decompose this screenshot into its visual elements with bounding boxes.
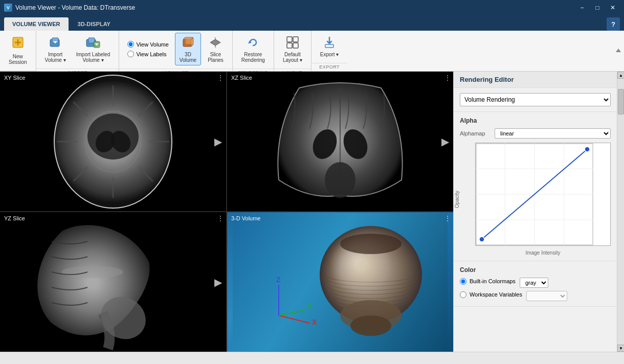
3d-volume-icon: [181, 35, 196, 51]
yz-slice-menu[interactable]: ⋮: [217, 214, 224, 222]
builtin-colormap-select[interactable]: gray hot cool jet: [520, 278, 548, 288]
svg-marker-15: [210, 39, 220, 46]
import-volume-button[interactable]: ImportVolume ▾: [40, 33, 71, 65]
export-button[interactable]: Export ▾: [316, 33, 344, 60]
svg-rect-19: [287, 37, 292, 42]
viewport-grid: XY Slice ⋮ ▶ XZ Slice ⋮ ▶ YZ Slice ⋮ ▶: [0, 72, 453, 352]
scroll-up-button[interactable]: ▲: [617, 72, 624, 79]
volume-rendering-select[interactable]: Volume Rendering: [460, 93, 611, 106]
3d-volume-menu[interactable]: ⋮: [444, 214, 451, 222]
yz-nav-arrow[interactable]: ▶: [214, 276, 222, 288]
restore-rendering-label: RestoreRendering: [241, 52, 265, 63]
svg-rect-23: [325, 44, 333, 48]
alpha-chart[interactable]: [475, 143, 611, 246]
export-icon: [322, 35, 337, 51]
scroll-down-button[interactable]: ▼: [617, 345, 624, 352]
window-title: Volume Viewer - Volume Data: DTransverse: [15, 4, 135, 11]
panel-scrollbar[interactable]: ▲ ▼: [617, 72, 624, 352]
view-volume-radio-label: View Volume: [136, 41, 168, 48]
import-group-content: ImportVolume ▾ Import LabeledVolume ▾: [36, 31, 119, 67]
alphamap-select[interactable]: linear constant ramp up ramp down: [495, 128, 611, 139]
toolbar-group-export: Export ▾ EXPORT: [311, 31, 348, 71]
help-button[interactable]: ?: [607, 17, 620, 31]
import-labeled-volume-label: Import LabeledVolume ▾: [76, 52, 110, 63]
chart-y-label: Opacity: [454, 191, 460, 208]
alpha-section-title: Alpha: [460, 117, 611, 124]
restore-rendering-icon: [246, 35, 260, 51]
title-bar-controls: − □ ✕: [575, 2, 620, 13]
3d-volume-label: 3-D Volume: [231, 215, 260, 221]
xy-slice-menu[interactable]: ⋮: [217, 74, 224, 82]
3d-volume-button[interactable]: 3DVolume: [175, 33, 201, 65]
builtin-colormap-row: Built-in Colormaps gray hot cool jet: [460, 278, 611, 288]
view-labels-radio-label: View Labels: [136, 51, 166, 57]
collapse-icon: [615, 48, 622, 55]
toolbar-collapse[interactable]: [613, 31, 624, 71]
view-labels-radio-input[interactable]: [127, 51, 134, 57]
workspace-variables-radio-input[interactable]: [460, 291, 466, 298]
xz-slice-content: [227, 72, 453, 211]
minimize-button[interactable]: −: [575, 2, 589, 13]
default-layout-label: DefaultLayout ▾: [283, 52, 302, 63]
app-icon: V: [4, 4, 12, 12]
new-session-label: NewSession: [9, 54, 27, 65]
toolbar-group-import: ImportVolume ▾ Import LabeledVolume ▾ IM…: [36, 31, 120, 71]
workspace-variables-radio[interactable]: Workspace Variables: [460, 291, 522, 298]
import-labeled-volume-button[interactable]: Import LabeledVolume ▾: [72, 33, 115, 65]
workspace-variables-select[interactable]: [526, 291, 567, 301]
status-bar: [0, 352, 624, 364]
svg-line-12: [183, 37, 185, 39]
rendering-panel: Rendering Editor Volume Rendering Alpha …: [453, 72, 617, 352]
builtin-colormap-label: Built-in Colormaps: [470, 278, 516, 284]
restore-rendering-button[interactable]: RestoreRendering: [237, 33, 270, 65]
title-bar-left: V Volume Viewer - Volume Data: DTransver…: [4, 4, 135, 12]
builtin-colormap-radio-input[interactable]: [460, 278, 466, 285]
xy-slice-content: [0, 72, 226, 211]
restore-button[interactable]: □: [590, 2, 605, 13]
alpha-section: Alpha Alphamap linear constant ramp up r…: [454, 112, 617, 261]
export-group-content: Export ▾: [311, 31, 348, 62]
yz-slice-canvas[interactable]: [6, 213, 220, 351]
main-content: XY Slice ⋮ ▶ XZ Slice ⋮ ▶ YZ Slice ⋮ ▶: [0, 72, 624, 352]
viewport-3d: 3-D Volume ⋮: [227, 212, 453, 352]
slice-planes-label: SlicePlanes: [208, 52, 224, 63]
viewport-xz: XZ Slice ⋮ ▶: [227, 72, 453, 211]
xz-nav-arrow[interactable]: ▶: [441, 135, 449, 148]
svg-rect-21: [287, 43, 292, 48]
3d-volume-label: 3DVolume: [180, 52, 196, 63]
xz-slice-menu[interactable]: ⋮: [444, 74, 451, 82]
builtin-colormap-radio[interactable]: Built-in Colormaps: [460, 278, 516, 285]
volume-rendering-dropdown-wrap: Volume Rendering: [460, 93, 611, 106]
view-labels-radio[interactable]: View Labels: [127, 51, 168, 57]
new-session-button[interactable]: NewSession: [4, 33, 32, 67]
3d-volume-content: [227, 212, 453, 352]
default-layout-button[interactable]: DefaultLayout ▾: [278, 33, 307, 65]
view-volume-radio-input[interactable]: [127, 41, 134, 48]
svg-rect-20: [293, 37, 298, 42]
slice-planes-button[interactable]: SlicePlanes: [203, 33, 228, 65]
tab-volume-viewer[interactable]: VOLUME VIEWER: [4, 17, 69, 31]
alpha-chart-canvas[interactable]: [476, 143, 593, 245]
new-session-icon: [11, 35, 25, 53]
3d-volume-canvas[interactable]: [233, 213, 448, 351]
xy-slice-canvas[interactable]: [6, 73, 220, 211]
xy-nav-arrow[interactable]: ▶: [214, 135, 222, 148]
xz-slice-canvas[interactable]: [233, 73, 448, 211]
alphamap-row: Alphamap linear constant ramp up ramp do…: [460, 128, 611, 139]
workspace-variables-row: Workspace Variables: [460, 291, 611, 301]
xy-slice-label: XY Slice: [4, 75, 25, 81]
close-button[interactable]: ✕: [606, 2, 620, 13]
visualize-group-content: View Volume View Labels 3: [119, 31, 232, 67]
toolbar: NewSession FILE ImportVolume ▾: [0, 31, 624, 72]
scroll-track: [617, 79, 624, 345]
import-volume-label: ImportVolume ▾: [45, 52, 66, 63]
default-layout-icon: [285, 35, 300, 51]
scroll-thumb[interactable]: [618, 89, 624, 115]
yz-slice-label: YZ Slice: [4, 215, 25, 221]
toolbar-group-layout: DefaultLayout ▾ LAYOUT: [274, 31, 311, 71]
viewport-yz: YZ Slice ⋮ ▶: [0, 212, 226, 352]
alpha-chart-wrapper: Opacity Image Intensity: [460, 143, 611, 256]
export-group-label: EXPORT: [311, 63, 348, 72]
view-volume-radio[interactable]: View Volume: [127, 41, 168, 48]
tab-3d-display[interactable]: 3D-DISPLAY: [70, 17, 119, 31]
